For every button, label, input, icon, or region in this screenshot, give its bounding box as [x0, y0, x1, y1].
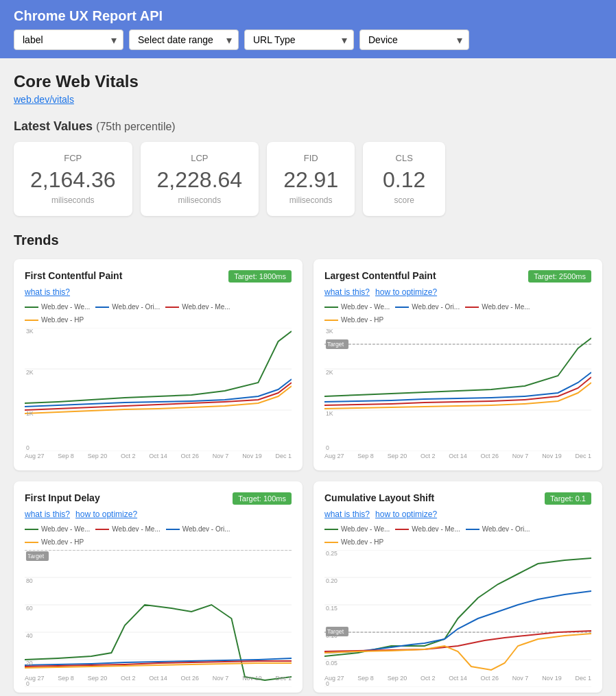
chart-title-fcp: First Contentful Paint — [25, 270, 122, 281]
x-label: Oct 26 — [481, 453, 499, 459]
target-badge-fcp: Target: 1800ms — [228, 270, 292, 283]
metric-unit: score — [379, 195, 429, 205]
device-select[interactable]: Device — [359, 29, 469, 50]
x-label: Nov 7 — [213, 675, 229, 682]
chart-card-lcp: Largest Contentful PaintTarget: 2500mswh… — [313, 259, 602, 470]
legend-label: Web.dev - We... — [41, 303, 90, 311]
legend-label: Web.dev - HP — [41, 538, 84, 546]
x-label: Sep 8 — [58, 453, 74, 459]
chart-title-lcp: Largest Contentful Paint — [324, 270, 436, 281]
x-label: Oct 2 — [121, 453, 136, 459]
svg-text:2K: 2K — [26, 369, 34, 376]
x-label: Oct 26 — [181, 453, 200, 459]
svg-text:2K: 2K — [326, 369, 333, 376]
date-range-select[interactable]: Select date range — [129, 29, 239, 50]
x-label: Oct 14 — [449, 675, 467, 682]
device-select-wrapper: Device — [359, 29, 469, 50]
label-select[interactable]: label — [14, 29, 123, 50]
chart-link-fcp[interactable]: what is this? — [25, 287, 70, 297]
legend-label: Web.dev - Me... — [482, 303, 530, 311]
svg-text:100: 100 — [26, 550, 36, 557]
x-label: Nov 19 — [242, 453, 262, 459]
url-type-select[interactable]: URL Type — [244, 29, 354, 50]
chart-link-lcp[interactable]: what is this? — [324, 287, 370, 297]
legend-color — [95, 529, 109, 530]
legend-label: Web.dev - Me... — [182, 303, 230, 311]
chart-card-fid: First Input DelayTarget: 100mswhat is th… — [14, 481, 303, 693]
x-label: Dec 1 — [275, 675, 292, 682]
metric-value: 2,164.36 — [30, 167, 116, 193]
svg-text:0.10: 0.10 — [326, 632, 337, 639]
chart-link-lcp[interactable]: how to optimize? — [375, 287, 437, 297]
metric-value: 2,228.64 — [157, 167, 243, 193]
x-label: Oct 14 — [149, 453, 167, 459]
chart-link-cls[interactable]: how to optimize? — [375, 509, 437, 519]
chart-link-cls[interactable]: what is this? — [324, 509, 370, 519]
legend-item: Web.dev - We... — [25, 525, 90, 533]
svg-text:3K: 3K — [326, 328, 333, 335]
legend-item: Web.dev - Me... — [395, 525, 460, 533]
app-title: Chrome UX Report API — [14, 8, 602, 24]
chart-svg-fid: Target 100 80 60 40 20 0 — [25, 550, 292, 673]
legend-color — [465, 307, 479, 308]
x-label: Aug 27 — [25, 453, 45, 459]
x-label: Oct 26 — [181, 675, 200, 682]
legend-color — [324, 307, 338, 308]
legend-item: Web.dev - Me... — [165, 303, 230, 311]
page-link[interactable]: web.dev/vitals — [14, 94, 74, 105]
legend-item: Web.dev - HP — [324, 538, 383, 546]
metric-label: FID — [283, 153, 338, 163]
legend-label: Web.dev - Ori... — [482, 525, 530, 533]
target-badge-fid: Target: 100ms — [233, 492, 292, 505]
legend-item: Web.dev - We... — [324, 303, 390, 311]
legend-color — [324, 542, 338, 543]
legend-color — [25, 320, 38, 321]
target-badge-cls: Target: 0.1 — [545, 492, 591, 505]
svg-text:0.25: 0.25 — [326, 550, 337, 557]
chart-link-fid[interactable]: how to optimize? — [75, 509, 137, 519]
x-label: Sep 8 — [58, 675, 74, 682]
x-label: Nov 7 — [512, 453, 529, 459]
percentile-label: (75th percentile) — [96, 121, 176, 132]
metric-label: LCP — [157, 153, 243, 163]
x-label: Oct 2 — [420, 453, 436, 459]
charts-grid: First Contentful PaintTarget: 1800mswhat… — [14, 259, 602, 693]
x-label: Nov 7 — [512, 675, 529, 682]
legend-color — [95, 307, 109, 308]
metric-label: CLS — [379, 153, 429, 163]
metric-value: 22.91 — [283, 167, 338, 193]
metric-unit: miliseconds — [157, 195, 243, 205]
legend-label: Web.dev - Me... — [412, 525, 460, 533]
chart-link-fid[interactable]: what is this? — [25, 509, 70, 519]
x-label: Nov 19 — [542, 453, 562, 459]
chart-title-cls: Cumulative Layout Shift — [324, 492, 434, 503]
svg-text:0: 0 — [326, 444, 329, 451]
legend-item: Web.dev - HP — [25, 538, 84, 546]
legend-color — [395, 307, 409, 308]
trends-title: Trends — [14, 232, 602, 248]
legend-color — [166, 529, 180, 530]
latest-values-heading: Latest Values (75th percentile) — [14, 119, 602, 134]
legend-item: Web.dev - Ori... — [395, 303, 460, 311]
legend-color — [25, 307, 38, 308]
legend-label: Web.dev - HP — [341, 316, 383, 324]
header: Chrome UX Report API label Select date r… — [0, 0, 616, 58]
legend-item: Web.dev - Ori... — [166, 525, 230, 533]
chart-svg-fcp: 3K 2K 1K 0 — [25, 328, 292, 451]
legend-label: Web.dev - HP — [341, 538, 383, 546]
chart-card-cls: Cumulative Layout ShiftTarget: 0.1what i… — [313, 481, 602, 693]
target-badge-lcp: Target: 2500ms — [528, 270, 591, 283]
x-label: Dec 1 — [575, 453, 591, 459]
svg-text:0: 0 — [26, 444, 29, 451]
svg-text:0.05: 0.05 — [326, 660, 337, 667]
legend-item: Web.dev - Ori... — [466, 525, 530, 533]
x-label: Sep 20 — [88, 675, 108, 682]
legend-color — [324, 529, 338, 530]
legend-label: Web.dev - We... — [341, 303, 390, 311]
metric-card-fid: FID 22.91 miliseconds — [267, 142, 355, 216]
x-label: Sep 20 — [388, 453, 407, 459]
legend-item: Web.dev - We... — [25, 303, 90, 311]
svg-text:20: 20 — [26, 660, 33, 667]
metric-card-fcp: FCP 2,164.36 miliseconds — [14, 142, 132, 216]
header-controls: label Select date range URL Type Device — [14, 29, 469, 50]
